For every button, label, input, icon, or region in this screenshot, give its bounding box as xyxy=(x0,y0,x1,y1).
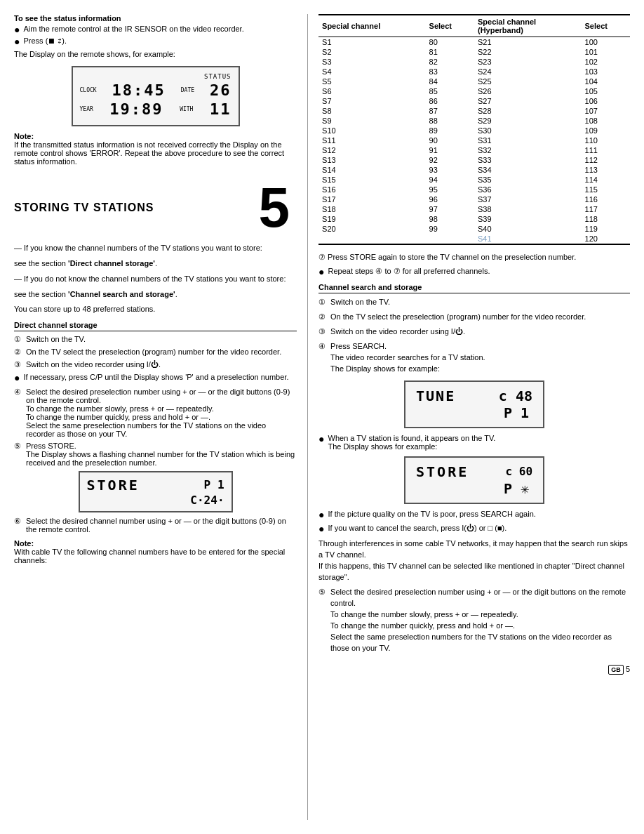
store-row-1: STORE P 1 xyxy=(87,477,224,494)
cell: S5 xyxy=(318,77,426,86)
storing-section: STORING TV STATIONS 5 — If you know the … xyxy=(14,180,297,564)
date-label: DATE xyxy=(181,87,194,93)
cell: S41 xyxy=(474,234,582,244)
storing-header: STORING TV STATIONS 5 xyxy=(14,180,297,236)
step-text-4: Select the desired preselection number u… xyxy=(26,388,297,438)
cell: S19 xyxy=(318,214,426,224)
repeat-bullet: ● Repeat steps ④ to ⑦ for all preferred … xyxy=(318,267,630,277)
bullet-icon: ● xyxy=(318,510,324,520)
cell: 84 xyxy=(426,77,474,86)
cell: 112 xyxy=(582,155,630,165)
cell: 107 xyxy=(582,106,630,116)
with-value: 11 xyxy=(210,100,232,118)
year-label: YEAR xyxy=(80,106,93,112)
note-text: If the transmitted status information is… xyxy=(14,140,297,166)
found-bullet: ● When a TV station is found, it appears… xyxy=(318,434,630,451)
tune-display: TUNE c 48 P 1 xyxy=(404,380,544,428)
cell: S10 xyxy=(318,126,426,135)
table-row: S988S29108 xyxy=(318,116,630,126)
cell: 115 xyxy=(582,185,630,194)
right-step-num-5: ⑤ xyxy=(318,587,328,598)
store-display-left: STORE P 1 C·24· xyxy=(79,471,233,512)
step-left-3: ③ Switch on the video recorder using I/⏻… xyxy=(14,360,297,369)
note-box: Note: If the transmitted status informat… xyxy=(14,132,297,166)
right-step-num-1: ① xyxy=(318,297,328,308)
status-display: STATUS CLOCK 18:45 DATE 26 YEAR 19:89 WI… xyxy=(72,66,240,126)
table-row: S382S23102 xyxy=(318,57,630,67)
cell: 99 xyxy=(426,224,474,234)
col-select: Select xyxy=(426,15,474,37)
table-row: S1897S38117 xyxy=(318,204,630,214)
store2-row-2: P ✳ xyxy=(416,480,532,497)
col-select-2: Select xyxy=(582,15,630,37)
cell: S17 xyxy=(318,194,426,204)
chapter-number: 5 xyxy=(259,180,290,236)
quality-text: If the picture quality on the TV is poor… xyxy=(328,510,536,518)
interference-note: Through interferences in some cable TV n… xyxy=(318,538,630,583)
cell: 80 xyxy=(426,37,474,48)
cell: S29 xyxy=(474,116,582,126)
store-p1: P 1 xyxy=(204,478,224,491)
table-row: S584S25104 xyxy=(318,77,630,86)
table-row: S180S21100 xyxy=(318,37,630,48)
cell: 101 xyxy=(582,47,630,57)
cell: 87 xyxy=(426,106,474,116)
cell: 100 xyxy=(582,37,630,48)
cell: 88 xyxy=(426,116,474,126)
bullet-2: ● Press (⏹ ⇄). xyxy=(14,37,297,47)
step-text-6: Select the desired channel number using … xyxy=(26,517,297,534)
step-text-1: Switch on the TV. xyxy=(26,335,86,343)
cell: S16 xyxy=(318,185,426,194)
cell: 113 xyxy=(582,165,630,175)
cell: S28 xyxy=(474,106,582,116)
cell: 82 xyxy=(426,57,474,67)
cell: S11 xyxy=(318,135,426,145)
table-body: S180S21100 S281S22101 S382S23102 S483S24… xyxy=(318,37,630,245)
clock-label: CLOCK xyxy=(80,87,97,93)
cell: 92 xyxy=(426,155,474,165)
table-row: S1998S39118 xyxy=(318,214,630,224)
step-num-5: ⑤ xyxy=(14,442,24,451)
store-word: STORE xyxy=(87,477,140,494)
step-right-1: ① Switch on the TV. xyxy=(318,297,630,308)
col-special-channel: Special channel xyxy=(318,15,426,37)
cell: 110 xyxy=(582,135,630,145)
cell: 90 xyxy=(426,135,474,145)
with-label: WITH xyxy=(180,106,193,112)
step-left-2: ② On the TV select the preselection (pro… xyxy=(14,348,297,357)
channel-search-title: Channel search and storage xyxy=(318,283,630,293)
step-text-2: On the TV select the preselection (progr… xyxy=(26,348,281,356)
step-text-3: Switch on the video recorder using I/⏻. xyxy=(26,360,161,369)
cell: 104 xyxy=(582,77,630,86)
cancel-bullet: ● If you want to cancel the search, pres… xyxy=(318,524,630,534)
cell: 86 xyxy=(426,96,474,106)
cell: 120 xyxy=(582,234,630,244)
found-text: When a TV station is found, it appears o… xyxy=(328,434,496,451)
cell: S24 xyxy=(474,67,582,77)
para-3: — If you do not know the channel numbers… xyxy=(14,274,297,285)
step-left-6: ⑥ Select the desired channel number usin… xyxy=(14,517,297,534)
right-step-text-1: Switch on the TV. xyxy=(330,297,390,308)
table-row: S1493S34113 xyxy=(318,165,630,175)
cell: 102 xyxy=(582,57,630,67)
left-column: To see the status information ● Aim the … xyxy=(7,14,308,820)
cell: 119 xyxy=(582,224,630,234)
bullet-icon: ● xyxy=(14,373,20,383)
step-num-4: ④ xyxy=(14,388,24,397)
cell: S21 xyxy=(474,37,582,48)
right-step-text-2: On the TV select the preselection (progr… xyxy=(330,312,586,323)
table-row: S1089S30109 xyxy=(318,126,630,135)
tune-channel: c 48 xyxy=(499,388,532,404)
step-right-2: ② On the TV select the preselection (pro… xyxy=(318,312,630,323)
step-num-1: ① xyxy=(14,335,24,344)
step-right-5: ⑤ Select the desired preselection number… xyxy=(318,587,630,654)
cell: 95 xyxy=(426,185,474,194)
cell: S32 xyxy=(474,145,582,155)
status-label: STATUS xyxy=(80,73,232,80)
para-5: You can store up to 48 preferred station… xyxy=(14,304,297,315)
direct-storage-title: Direct channel storage xyxy=(14,321,297,331)
step-left-5: ⑤ Press STORE.The Display shows a flashi… xyxy=(14,442,297,467)
table-row: S1190S31110 xyxy=(318,135,630,145)
step-num-3: ③ xyxy=(14,360,24,369)
cell: S31 xyxy=(474,135,582,145)
